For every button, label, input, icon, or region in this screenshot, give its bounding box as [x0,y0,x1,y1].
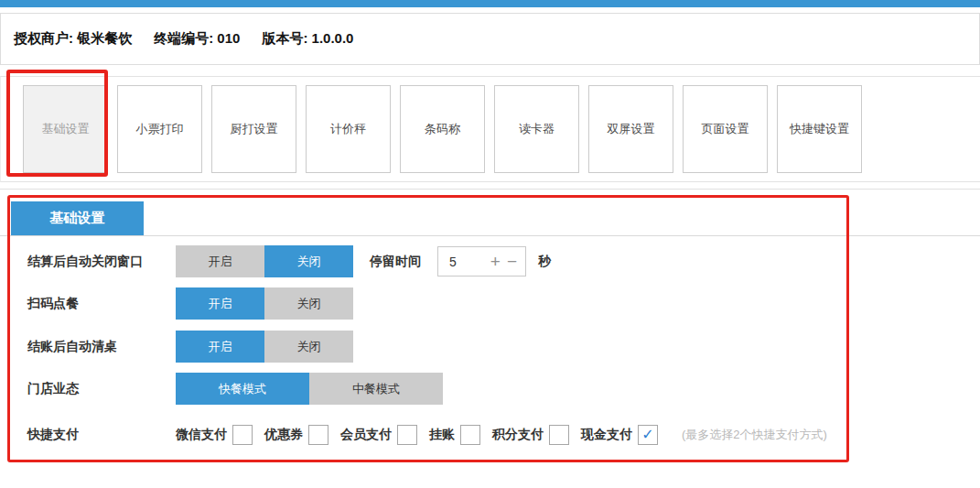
credit-account-label: 挂账 [429,427,455,443]
fast-food-mode-button[interactable]: 快餐模式 [176,373,309,405]
coupon-checkbox[interactable] [308,425,328,445]
auto-close-off-button[interactable]: 关闭 [264,245,353,277]
stay-time-label: 停留时间 [370,254,421,270]
terminal-number: 终端编号: 010 [154,30,240,48]
auto-clear-table-label: 结账后自动清桌 [27,339,176,355]
tab-barcode-scale[interactable]: 条码称 [400,85,485,173]
points-pay-label: 积分支付 [492,427,544,443]
settings-page: 授权商户: 银米餐饮 终端编号: 010 版本号: 1.0.0.0 基础设置 小… [0,0,980,488]
quick-payment-note: (最多选择2个快捷支付方式) [682,427,827,443]
auto-clear-table-toggle: 开启 关闭 [176,331,353,363]
stay-time-stepper[interactable]: 5 + − [437,246,526,277]
tab-basic-settings[interactable]: 基础设置 [23,85,108,173]
scan-order-label: 扫码点餐 [27,296,176,312]
stay-time-unit: 秒 [538,254,551,270]
content-top-divider [0,189,980,190]
auto-clear-off-button[interactable]: 关闭 [264,331,353,363]
store-mode-toggle: 快餐模式 中餐模式 [176,373,443,405]
pay-item-coupon: 优惠券 [264,425,328,445]
chinese-food-mode-button[interactable]: 中餐模式 [309,373,443,405]
pay-item-points: 积分支付 [492,425,569,445]
credit-account-checkbox[interactable] [460,425,480,445]
row-auto-close-window: 结算后自动关闭窗口 开启 关闭 停留时间 5 + − 秒 [27,245,551,277]
pay-item-cash: 现金支付 [581,425,658,445]
subtab-basic-settings[interactable]: 基础设置 [11,201,144,235]
settings-tab-bar: 基础设置 小票打印 厨打设置 计价秤 条码称 读卡器 双屏设置 页面设置 快捷键… [0,76,980,182]
tab-page-settings[interactable]: 页面设置 [683,85,768,173]
top-accent-bar [0,0,980,7]
wechat-pay-checkbox[interactable] [232,425,253,445]
tab-pricing-scale[interactable]: 计价秤 [306,85,391,173]
points-pay-checkbox[interactable] [549,425,569,445]
tab-kitchen-print[interactable]: 厨打设置 [211,85,296,173]
auto-close-on-button[interactable]: 开启 [176,245,264,277]
version-number: 版本号: 1.0.0.0 [262,30,353,48]
subtab-underline [0,235,980,236]
store-mode-label: 门店业态 [27,381,176,397]
cash-pay-checkbox[interactable] [638,425,658,445]
quick-payment-label: 快捷支付 [27,427,176,443]
settings-tab-list: 基础设置 小票打印 厨打设置 计价秤 条码称 读卡器 双屏设置 页面设置 快捷键… [1,77,980,173]
auto-clear-on-button[interactable]: 开启 [176,331,264,363]
stay-time-input[interactable]: 5 [449,255,490,269]
pay-item-wechat: 微信支付 [176,425,253,445]
merchant-name: 授权商户: 银米餐饮 [14,30,132,48]
cash-pay-label: 现金支付 [581,427,632,443]
tab-card-reader[interactable]: 读卡器 [494,85,579,173]
scan-order-on-button[interactable]: 开启 [176,287,264,320]
pay-item-member: 会员支付 [340,425,417,445]
row-store-mode: 门店业态 快餐模式 中餐模式 [27,373,443,405]
auto-close-window-toggle: 开启 关闭 [176,245,353,277]
row-auto-clear-table: 结账后自动清桌 开启 关闭 [27,331,353,363]
coupon-label: 优惠券 [264,427,303,443]
tab-shortcut-settings[interactable]: 快捷键设置 [777,85,862,173]
row-quick-payment: 快捷支付 微信支付 优惠券 会员支付 挂账 积分支付 [27,418,827,450]
row-scan-order: 扫码点餐 开启 关闭 [27,287,353,320]
scan-order-off-button[interactable]: 关闭 [264,287,353,320]
wechat-pay-label: 微信支付 [176,427,227,443]
member-pay-label: 会员支付 [340,427,392,443]
decrement-icon[interactable]: − [507,253,517,270]
auto-close-window-label: 结算后自动关闭窗口 [27,254,176,270]
quick-payment-options: 微信支付 优惠券 会员支付 挂账 积分支付 现金支付 [176,425,658,445]
member-pay-checkbox[interactable] [397,425,417,445]
tab-receipt-print[interactable]: 小票打印 [117,85,202,173]
pay-item-credit: 挂账 [429,425,480,445]
scan-order-toggle: 开启 关闭 [176,287,353,320]
merchant-header: 授权商户: 银米餐饮 终端编号: 010 版本号: 1.0.0.0 [0,13,980,65]
increment-icon[interactable]: + [490,253,501,270]
tab-dual-screen[interactable]: 双屏设置 [588,85,673,173]
